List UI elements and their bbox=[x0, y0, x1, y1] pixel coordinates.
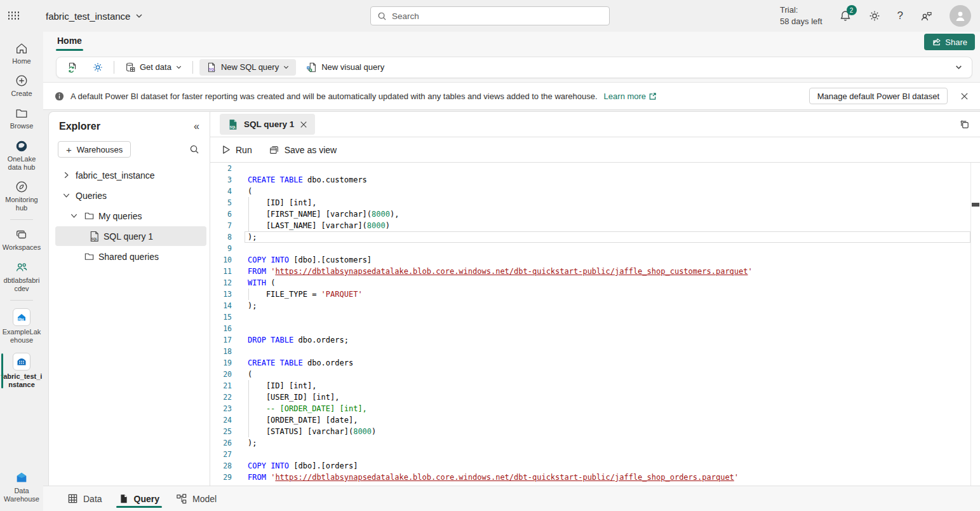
save-as-view-button[interactable]: Save as view bbox=[269, 145, 337, 155]
code-line[interactable]: 3CREATE TABLE dbo.customers bbox=[210, 174, 980, 186]
feedback-button[interactable] bbox=[920, 10, 933, 22]
code-line[interactable]: 26); bbox=[210, 437, 980, 449]
sql-document-icon: SQL bbox=[206, 62, 217, 73]
settings-gear-button[interactable] bbox=[88, 59, 107, 76]
ribbon-collapse-chevron[interactable] bbox=[952, 60, 965, 74]
model-view-icon bbox=[176, 493, 187, 505]
chevron-down-icon[interactable] bbox=[68, 212, 79, 220]
collapse-panel-icon[interactable]: « bbox=[194, 121, 199, 132]
tree-item-queries[interactable]: Queries bbox=[55, 186, 206, 205]
code-text: ( bbox=[248, 187, 252, 196]
code-line[interactable]: 29FROM 'https://dbtlabsynapsedatalake.bl… bbox=[210, 472, 980, 483]
global-search[interactable] bbox=[370, 6, 610, 25]
tab-close-icon[interactable] bbox=[300, 121, 307, 128]
code-line[interactable]: 21 [ID] [int], bbox=[210, 380, 980, 392]
tree-item-sql-query-1[interactable]: SQLSQL query 1 bbox=[55, 226, 206, 246]
sidebar-item-datawarehouse[interactable]: DataWarehouse bbox=[0, 467, 43, 511]
code-line[interactable]: 7 [LAST_NAME] [varchar](8000) bbox=[210, 220, 980, 231]
app-launcher-icon[interactable] bbox=[0, 0, 28, 32]
tab-sql-query-1[interactable]: SQL SQL query 1 bbox=[220, 114, 315, 135]
code-line[interactable]: 28COPY INTO [dbo].[orders] bbox=[210, 460, 980, 472]
chevron-down-icon[interactable] bbox=[60, 191, 72, 200]
line-number: 3 bbox=[210, 175, 232, 184]
workspace-switcher[interactable]: fabric_test_instance bbox=[46, 11, 143, 22]
manage-dataset-button[interactable]: Manage default Power BI dataset bbox=[809, 88, 948, 104]
share-icon bbox=[932, 37, 941, 46]
code-line[interactable]: 13 FILE_TYPE = 'PARQUET' bbox=[210, 289, 980, 300]
sidebar-item-onelakedata-hub[interactable]: OneLakedata hub bbox=[0, 135, 43, 175]
new-visual-query-button[interactable]: New visual query bbox=[302, 59, 388, 76]
code-line[interactable]: 10COPY INTO [dbo].[customers] bbox=[210, 254, 980, 266]
view-tab-query[interactable]: Query bbox=[115, 486, 163, 511]
help-button[interactable]: ? bbox=[897, 10, 903, 22]
line-number: 14 bbox=[210, 301, 232, 310]
code-line[interactable]: 20( bbox=[210, 369, 980, 380]
code-line[interactable]: 6 [FIRST_NAME] [varchar](8000), bbox=[210, 208, 980, 220]
query-toolbar: Run Save as view bbox=[210, 137, 980, 163]
code-line[interactable]: 22 [USER_ID] [int], bbox=[210, 392, 980, 403]
code-line[interactable]: 2 bbox=[210, 163, 980, 174]
account-avatar[interactable] bbox=[950, 5, 971, 27]
sidebar-item-examplelakehouse[interactable]: ExampleLakehouse bbox=[0, 304, 43, 348]
add-warehouses-button[interactable]: + Warehouses bbox=[58, 141, 131, 158]
line-number: 25 bbox=[210, 427, 232, 436]
settings-button[interactable] bbox=[868, 10, 881, 22]
explorer-search-icon[interactable] bbox=[189, 144, 199, 154]
code-text: FROM 'https://dbtlabsynapsedatalake.blob… bbox=[248, 267, 753, 276]
sidebar-item-browse[interactable]: Browse bbox=[0, 102, 43, 134]
tree-item-my-queries[interactable]: My queries bbox=[55, 206, 206, 226]
code-line[interactable]: 17DROP TABLE dbo.orders; bbox=[210, 334, 980, 346]
code-text: [LAST_NAME] [varchar](8000) bbox=[248, 221, 390, 230]
sidebar-item-home[interactable]: Home bbox=[0, 37, 43, 69]
learn-more-link[interactable]: Learn more bbox=[604, 92, 657, 101]
sidebar-item-create[interactable]: Create bbox=[0, 69, 43, 102]
sidebar-item-label: Home bbox=[12, 57, 30, 65]
chevron-right-icon[interactable] bbox=[60, 171, 72, 179]
sqldoc-icon: SQL bbox=[88, 231, 100, 242]
banner-close-icon[interactable] bbox=[960, 92, 969, 100]
sql-code-editor[interactable]: 23CREATE TABLE dbo.customers4(5 [ID] [in… bbox=[210, 163, 980, 486]
warehouse-icon bbox=[13, 353, 30, 371]
copy-icon[interactable] bbox=[957, 116, 972, 132]
trial-status: Trial: 58 days left bbox=[780, 4, 822, 27]
code-line[interactable]: 11FROM 'https://dbtlabsynapsedatalake.bl… bbox=[210, 266, 980, 277]
code-line[interactable]: 25 [STATUS] [varchar](8000) bbox=[210, 426, 980, 437]
code-line[interactable]: 12WITH ( bbox=[210, 277, 980, 289]
sidebar-item-fabric-test-instance[interactable]: fabric_test_instance bbox=[0, 348, 43, 393]
code-line[interactable]: 9 bbox=[210, 243, 980, 254]
tree-item-fabric-test-instance[interactable]: fabric_test_instance bbox=[55, 165, 206, 185]
code-line[interactable]: 16 bbox=[210, 323, 980, 334]
share-button[interactable]: Share bbox=[924, 34, 975, 50]
code-line[interactable]: 18 bbox=[210, 346, 980, 357]
code-line[interactable]: 23 -- [ORDER_DATE] [int], bbox=[210, 403, 980, 414]
code-line[interactable]: 27 bbox=[210, 449, 980, 460]
tree-item-shared-queries[interactable]: Shared queries bbox=[55, 247, 206, 266]
code-line[interactable]: 4( bbox=[210, 186, 980, 197]
code-line[interactable]: 8); bbox=[210, 231, 980, 243]
new-sql-query-button[interactable]: SQL New SQL query bbox=[199, 59, 296, 76]
view-tab-model[interactable]: Model bbox=[172, 486, 220, 511]
code-text: ( bbox=[248, 370, 252, 379]
explorer-tree: fabric_test_instanceQueriesMy queriesSQL… bbox=[49, 165, 210, 267]
code-line[interactable]: 14); bbox=[210, 300, 980, 311]
code-line[interactable]: 19CREATE TABLE dbo.orders bbox=[210, 357, 980, 369]
refresh-document-button[interactable] bbox=[63, 59, 82, 76]
view-tab-label: Query bbox=[134, 494, 159, 504]
code-line[interactable]: 24 [ORDER_DATE] [date], bbox=[210, 414, 980, 426]
notifications-button[interactable]: 2 bbox=[839, 10, 852, 22]
lakehouse-icon bbox=[13, 308, 30, 326]
code-line[interactable]: 5 [ID] [int], bbox=[210, 197, 980, 208]
view-tab-data[interactable]: Data bbox=[64, 486, 106, 511]
get-data-button[interactable]: Get data bbox=[121, 59, 186, 76]
code-line[interactable]: 15 bbox=[210, 311, 980, 323]
editor-overview-ruler[interactable] bbox=[970, 163, 980, 486]
sidebar-item-workspaces[interactable]: Workspaces bbox=[0, 223, 43, 256]
sidebar-item-label: OneLakedata hub bbox=[8, 155, 36, 172]
toolbar-divider bbox=[114, 61, 114, 74]
rail-divider bbox=[10, 300, 33, 301]
search-input[interactable] bbox=[392, 11, 603, 21]
sidebar-item-dbtlabsfabricdev[interactable]: dbtlabsfabricdev bbox=[0, 256, 43, 297]
tab-home[interactable]: Home bbox=[56, 33, 83, 51]
run-button[interactable]: Run bbox=[222, 145, 252, 155]
sidebar-item-monitoringhub[interactable]: Monitoringhub bbox=[0, 175, 43, 216]
